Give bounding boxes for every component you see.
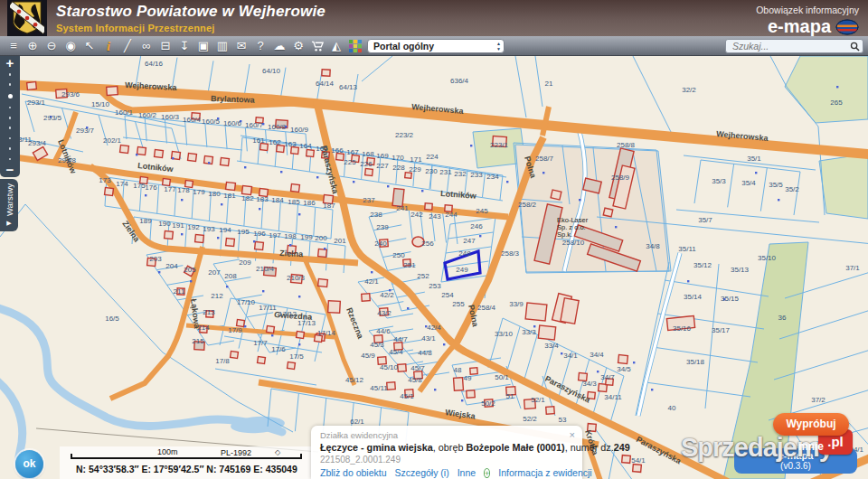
svg-text:223/2: 223/2 <box>395 131 414 139</box>
layers-tab[interactable]: Warstwy ▶ <box>0 179 18 231</box>
svg-text:40: 40 <box>668 404 676 412</box>
svg-text:250: 250 <box>392 251 405 259</box>
select-area-icon[interactable]: ◉ <box>64 37 77 55</box>
svg-text:35/5: 35/5 <box>769 181 783 189</box>
svg-text:32/2: 32/2 <box>682 86 696 94</box>
svg-text:170: 170 <box>392 154 404 162</box>
coat-of-arms <box>7 0 47 36</box>
zoom-in-button[interactable]: + <box>6 56 14 70</box>
svg-text:34/1: 34/1 <box>563 352 578 360</box>
portals-grid-icon[interactable] <box>349 40 362 52</box>
svg-text:34/11: 34/11 <box>604 393 622 401</box>
svg-text:35/10: 35/10 <box>758 254 777 262</box>
svg-text:189: 189 <box>139 217 152 225</box>
layout-icon[interactable]: ▥ <box>216 37 229 55</box>
zoom-out-icon[interactable]: ⊖ <box>45 37 58 55</box>
svg-text:33/3: 33/3 <box>522 328 536 336</box>
svg-text:203: 203 <box>149 255 162 263</box>
emapa-logo-text: e-mapa <box>768 16 831 37</box>
svg-text:181: 181 <box>223 192 236 200</box>
svg-text:37/2: 37/2 <box>811 396 826 404</box>
svg-text:160/5: 160/5 <box>202 117 221 126</box>
svg-text:160/6: 160/6 <box>223 119 242 127</box>
svg-text:16/5: 16/5 <box>105 315 119 323</box>
svg-text:247: 247 <box>463 237 476 245</box>
svg-text:33/10: 33/10 <box>495 330 514 338</box>
map-canvas[interactable]: WejherowskaWejherowskaWejherowskaBrylant… <box>0 56 868 479</box>
plus-icon[interactable]: + <box>484 468 490 478</box>
svg-text:191: 191 <box>172 221 184 230</box>
zoom-to-object-link[interactable]: Zbliż do obiektu <box>320 467 387 478</box>
svg-text:258/9: 258/9 <box>611 174 630 182</box>
svg-text:15/10: 15/10 <box>91 100 110 108</box>
svg-text:214: 214 <box>197 324 210 332</box>
zoom-slider[interactable] <box>8 70 13 163</box>
zoom-out-button[interactable]: − <box>6 163 14 177</box>
svg-text:36: 36 <box>778 314 787 322</box>
settings-icon[interactable]: ⚙ <box>292 37 305 55</box>
comment-icon[interactable]: ✉ <box>235 37 248 55</box>
svg-text:169: 169 <box>376 152 389 160</box>
search-input[interactable] <box>731 40 848 52</box>
svg-text:35/16: 35/16 <box>673 324 692 333</box>
svg-text:17/14: 17/14 <box>317 329 336 337</box>
panel-title: Działka ewidencyjna <box>320 430 573 440</box>
help-icon[interactable]: ? <box>254 37 267 55</box>
svg-text:45/7: 45/7 <box>410 364 425 372</box>
svg-text:34/8: 34/8 <box>646 242 660 250</box>
svg-text:231: 231 <box>439 168 452 176</box>
info-icon[interactable]: i <box>102 37 115 55</box>
ok-button[interactable]: ok <box>15 450 43 478</box>
try-me-button[interactable]: Wypróbuj mnie <box>773 413 849 436</box>
copy-icon[interactable]: ▣ <box>197 37 210 55</box>
svg-text:237: 237 <box>363 196 375 204</box>
svg-text:186: 186 <box>303 199 316 207</box>
svg-text:64/14: 64/14 <box>316 80 335 88</box>
svg-text:228: 228 <box>392 164 405 172</box>
svg-text:166: 166 <box>331 146 344 155</box>
svg-text:195: 195 <box>237 228 250 236</box>
obreb-word: , obręb <box>433 442 467 453</box>
link-icon[interactable]: ∞ <box>140 37 153 55</box>
portal-select[interactable]: Portal ogólny ▲▼ <box>367 39 505 53</box>
svg-text:35/17: 35/17 <box>712 326 731 334</box>
svg-text:160/8: 160/8 <box>268 123 287 131</box>
cart-icon[interactable] <box>311 40 324 52</box>
crs-label[interactable]: PL-1992 <box>221 448 251 457</box>
prism-icon[interactable]: ◭ <box>330 37 343 55</box>
scale-panel: 100m PL-1992 ◇ N: 54°33′58.3″ E: 17°59′4… <box>60 446 313 479</box>
other-link[interactable]: Inne <box>458 467 476 478</box>
svg-text:233: 233 <box>470 171 483 179</box>
svg-text:17/5: 17/5 <box>289 352 304 361</box>
close-icon[interactable]: × <box>570 429 575 440</box>
details-link[interactable]: Szczegóły (i) <box>395 467 449 478</box>
svg-text:256: 256 <box>421 240 434 248</box>
svg-text:200: 200 <box>315 234 327 242</box>
svg-text:37/1: 37/1 <box>845 264 860 272</box>
download-icon[interactable]: ↧ <box>178 37 191 55</box>
svg-text:160/9: 160/9 <box>290 126 309 134</box>
svg-text:168: 168 <box>362 150 374 158</box>
info-duty-link[interactable]: Obowiązek informacyjny <box>756 5 859 15</box>
svg-text:182: 182 <box>241 194 254 202</box>
number-word: , numer dz. <box>565 442 614 453</box>
registry-info-link[interactable]: Informacja z ewidencji <box>498 467 591 478</box>
svg-text:192: 192 <box>187 223 200 231</box>
svg-text:293/1: 293/1 <box>27 99 46 107</box>
svg-text:242: 242 <box>410 211 423 219</box>
pointer-icon[interactable]: ↖ <box>83 37 96 55</box>
print-icon[interactable]: ⊟ <box>159 37 172 55</box>
svg-text:45/1: 45/1 <box>400 392 414 400</box>
layers-icon[interactable]: ≡ <box>7 37 20 55</box>
search-icon[interactable] <box>850 42 860 52</box>
cadastral-map[interactable]: WejherowskaWejherowskaWejherowskaBrylant… <box>0 56 868 479</box>
svg-text:35/2: 35/2 <box>785 185 799 193</box>
svg-text:241: 241 <box>396 204 409 212</box>
svg-text:205: 205 <box>184 266 196 274</box>
district-name: Bożepole Małe (0001) <box>466 442 564 453</box>
svg-text:204: 204 <box>165 262 178 270</box>
measure-icon[interactable]: ╱ <box>121 37 134 55</box>
crs-dropdown-icon[interactable]: ◇ <box>275 448 280 456</box>
zoom-in-icon[interactable]: ⊕ <box>26 37 39 55</box>
cloud-icon[interactable]: ☁ <box>273 37 286 55</box>
